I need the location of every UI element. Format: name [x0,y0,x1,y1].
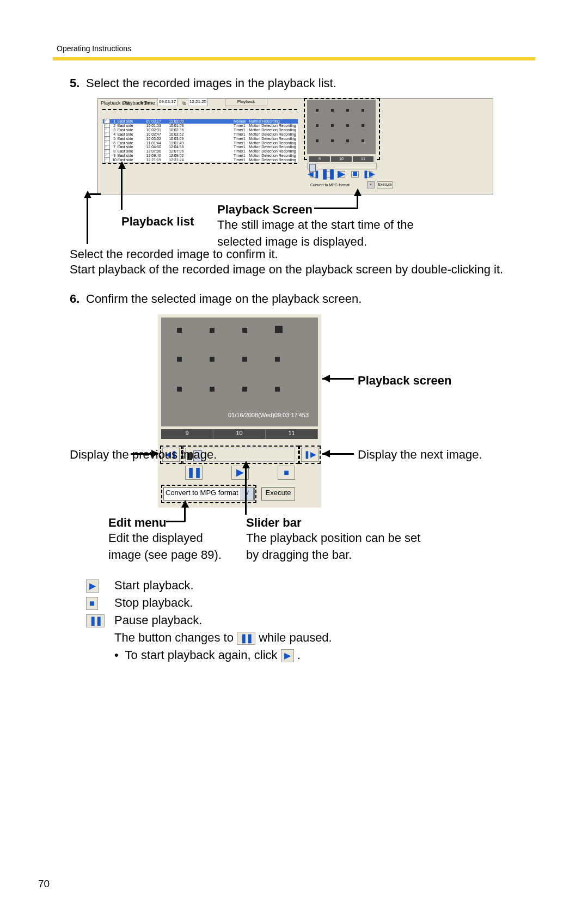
page-number: 70 [38,877,50,892]
arrowhead-left [322,450,330,457]
execute-button[interactable]: Execute [261,487,295,501]
small-play-button[interactable]: ▶ [338,171,345,178]
dot [362,124,364,127]
dot [242,328,247,333]
pb-from-label: from [140,100,150,107]
pause-icon: ❚❚ [187,466,201,479]
small-convert-label: Convert to MPG format [310,182,350,188]
step5-text: Select the recorded images in the playba… [86,75,336,92]
dot [346,124,349,127]
restart-text: • To start playback again, click ▶ . [114,647,301,664]
arrowhead-right [151,450,159,457]
select-confirm-text: Select the recorded image to confirm it. [70,246,278,263]
arrowhead-up [181,500,189,508]
timestamp-overlay: 01/16/2008(Wed)09:03:17'453 [228,411,309,419]
dot [331,124,334,127]
big-pause-button[interactable]: ❚❚ [185,466,203,480]
playback-screen-text: The still image at the start time of the… [217,217,424,251]
pause-icon: ❚❚ [86,614,105,627]
dash-top [102,109,297,110]
dot [177,357,182,362]
pause-playback-text: Pause playback. [114,612,202,629]
arrowhead-up [354,188,362,196]
small-prev-button[interactable]: ◀❚ [310,171,318,178]
small-convert-dropdown[interactable]: v [367,181,375,188]
arrow-line [166,521,185,522]
dot [346,139,349,142]
dot [275,387,280,392]
small-pause-button[interactable]: ❚❚ [324,171,332,178]
small-timeline[interactable]: 91011 [307,156,376,162]
step5-number: 5. [70,75,79,92]
dot [362,109,364,112]
big-timeline[interactable]: 91011 [161,429,318,439]
arrowhead-up [118,161,126,169]
arrow-line [245,463,247,515]
pb-time-from-input[interactable]: 09:03:17 [157,98,177,106]
step6-text: Confirm the selected image on the playba… [86,291,362,308]
step6-number: 6. [70,291,79,308]
pb-to-label: to [182,100,187,107]
convert-dropdown-icon[interactable]: v [241,487,254,501]
start-double-text: Start playback of the recorded image on … [70,261,503,278]
arrow-line [87,193,101,195]
accent-bar [53,57,535,60]
edit-menu-heading: Edit menu [108,515,166,532]
playback-screen-label2: Playback screen [358,373,451,389]
dash-bot [102,163,297,164]
dot [316,124,318,127]
slider-text: The playback position can be set by drag… [246,530,426,564]
big-stop-button[interactable]: ■ [278,466,295,480]
dot [177,387,182,392]
pb-time-to-input[interactable]: 12:21:25 [188,98,208,106]
play-icon: ▶ [86,579,99,593]
dot [242,387,247,392]
small-playback-view [307,100,376,154]
dot [346,109,349,112]
playback-screen-heading: Playback Screen [217,202,313,218]
dot [210,357,215,362]
dot [316,139,318,142]
arrowhead-left [322,375,330,382]
slider-heading: Slider bar [246,515,301,532]
dot [210,387,215,392]
table-row[interactable]: 10East side12:21:1912:21:24Timer1Motion … [103,158,298,162]
start-playback-text: Start playback. [114,577,194,594]
stop-playback-text: Stop playback. [114,595,193,612]
small-controls: ◀❚ ❚❚ ▶ ■ ❚▶ [307,170,376,178]
arrowhead-up [242,461,250,468]
small-stop-button[interactable]: ■ [351,171,359,178]
button-changes-text: The button changes to ❚❚ while paused. [114,630,332,646]
display-next-text: Display the next image. [358,447,482,463]
next-icon: ❚▶ [304,449,316,460]
arrow-line [314,208,358,209]
dot [331,109,334,112]
stop-icon: ■ [86,597,98,610]
dot [275,357,280,362]
header-text: Operating Instructions [57,44,131,54]
display-prev-text: Display the previous image. [70,447,217,463]
playback-table[interactable]: 1East side09:03:1711:03:00ManualNormal R… [102,119,298,163]
dot [275,326,283,333]
playback-list-label: Playback list [121,213,194,230]
dot [331,139,334,142]
small-execute-button[interactable]: Execute [377,181,393,188]
play-icon-inline: ▶ [281,649,294,662]
dot [177,328,182,333]
playback-button[interactable]: Playback [225,98,267,106]
dot [210,328,215,333]
small-next-button[interactable]: ❚▶ [365,171,372,178]
stop-icon: ■ [284,467,289,479]
big-playback-view [161,318,318,426]
arrow-line [87,193,88,244]
dot [362,139,364,142]
dot [316,109,318,112]
edit-menu-text: Edit the displayed image (see page 89). [108,530,228,564]
dot [242,357,247,362]
arrow-line [121,163,122,210]
next-image-button[interactable]: ❚▶ [301,448,318,462]
pause-icon-inline: ❚❚ [237,632,255,645]
